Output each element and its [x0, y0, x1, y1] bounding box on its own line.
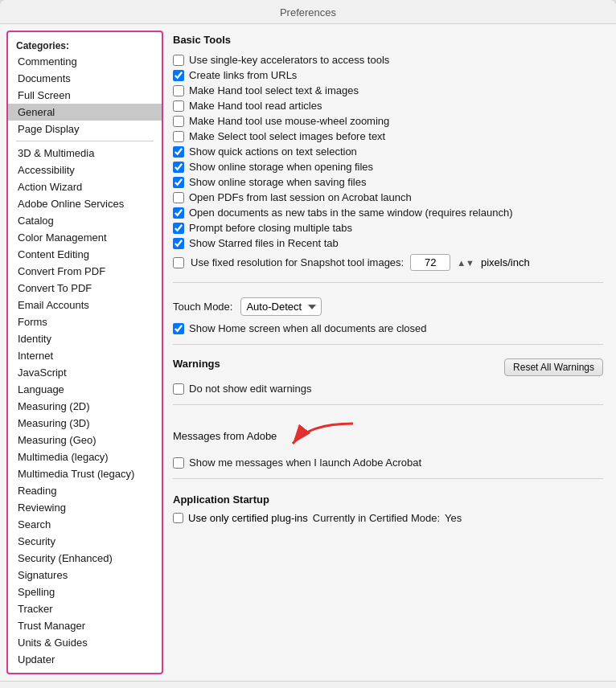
show-messages-row: Show me messages when I launch Adobe Acr…: [173, 455, 603, 470]
single-key-row: Use single-key accelerators to access to…: [173, 52, 603, 68]
open-tabs-checkbox[interactable]: [173, 207, 184, 219]
hand-text-row: Make Hand tool select text & images: [173, 83, 603, 98]
hand-zoom-checkbox[interactable]: [173, 116, 184, 127]
snapshot-value-input[interactable]: [410, 254, 450, 271]
prompt-closing-row: Prompt before closing multiple tabs: [173, 220, 603, 235]
sidebar-item-measuring-geo[interactable]: Measuring (Geo): [8, 432, 162, 448]
messages-header: Messages from Adobe: [173, 420, 603, 452]
sidebar-item-signatures[interactable]: Signatures: [8, 567, 162, 584]
starred-recent-row: Show Starred files in Recent tab: [173, 235, 603, 251]
single-key-checkbox[interactable]: [173, 55, 184, 66]
bottom-bar: Cancel OK: [0, 681, 616, 688]
sidebar-top-section: CommentingDocumentsFull ScreenGeneralPag…: [8, 53, 162, 137]
sidebar-item-trust-manager[interactable]: Trust Manager: [8, 617, 162, 634]
certified-mode-label: Currently in Certified Mode:: [313, 512, 440, 524]
basic-tools-title: Basic Tools: [173, 34, 603, 46]
preferences-dialog: Preferences Categories: CommentingDocume…: [0, 0, 616, 688]
sidebar-item-language[interactable]: Language: [8, 381, 162, 398]
touch-mode-label: Touch Mode:: [173, 301, 232, 313]
reset-warnings-button[interactable]: Reset All Warnings: [504, 358, 603, 376]
sidebar-item-general[interactable]: General: [8, 104, 162, 121]
sidebar-item-spelling[interactable]: Spelling: [8, 584, 162, 600]
sidebar-item-javascript[interactable]: JavaScript: [8, 364, 162, 381]
open-pdfs-row: Open PDFs from last session on Acrobat l…: [173, 190, 603, 205]
quick-actions-row: Show quick actions on text selection: [173, 144, 603, 159]
sidebar-item-measuring-2d[interactable]: Measuring (2D): [8, 398, 162, 415]
sidebar-item-action-wizard[interactable]: Action Wizard: [8, 178, 162, 195]
sidebar-item-internet[interactable]: Internet: [8, 347, 162, 364]
sidebar-item-adobe-online[interactable]: Adobe Online Services: [8, 195, 162, 212]
quick-actions-checkbox[interactable]: [173, 146, 184, 158]
sidebar-item-3d-multimedia[interactable]: 3D & Multimedia: [8, 145, 162, 162]
open-tabs-label: Open documents as new tabs in the same w…: [189, 207, 513, 219]
sidebar-item-content-editing[interactable]: Content Editing: [8, 246, 162, 263]
sidebar-item-convert-to-pdf[interactable]: Convert To PDF: [8, 280, 162, 297]
online-opening-label: Show online storage when opening files: [189, 161, 373, 173]
sidebar-item-measuring-3d[interactable]: Measuring (3D): [8, 415, 162, 432]
open-tabs-row: Open documents as new tabs in the same w…: [173, 205, 603, 220]
open-pdfs-label: Open PDFs from last session on Acrobat l…: [189, 191, 412, 203]
create-links-row: Create links from URLs: [173, 68, 603, 83]
quick-actions-label: Show quick actions on text selection: [189, 145, 357, 158]
no-edit-warnings-checkbox[interactable]: [173, 383, 184, 395]
hand-zoom-label: Make Hand tool use mouse-wheel zooming: [189, 115, 389, 127]
basic-checkboxes-group: Use single-key accelerators to access to…: [173, 52, 603, 251]
show-messages-checkbox[interactable]: [173, 457, 184, 469]
sidebar-bottom-section: 3D & MultimediaAccessibilityAction Wizar…: [8, 145, 162, 668]
main-panel: Basic Tools Use single-key accelerators …: [163, 24, 616, 681]
online-opening-checkbox[interactable]: [173, 162, 184, 173]
spinner-icon[interactable]: ▲▼: [457, 258, 474, 268]
sidebar-item-security-enhanced[interactable]: Security (Enhanced): [8, 550, 162, 567]
snapshot-checkbox[interactable]: [173, 257, 184, 268]
prompt-closing-checkbox[interactable]: [173, 223, 184, 234]
sidebar-item-reviewing[interactable]: Reviewing: [8, 499, 162, 516]
sidebar-item-reading[interactable]: Reading: [8, 482, 162, 499]
dialog-title: Preferences: [280, 6, 336, 18]
sidebar-item-units-guides[interactable]: Units & Guides: [8, 634, 162, 651]
create-links-checkbox[interactable]: [173, 70, 184, 81]
sidebar-item-email-accounts[interactable]: Email Accounts: [8, 297, 162, 313]
sidebar-item-forms[interactable]: Forms: [8, 313, 162, 330]
hand-read-checkbox[interactable]: [173, 100, 184, 112]
show-messages-label: Show me messages when I launch Adobe Acr…: [189, 457, 421, 469]
sidebar-item-full-screen[interactable]: Full Screen: [8, 87, 162, 104]
sidebar-item-tracker[interactable]: Tracker: [8, 600, 162, 617]
snapshot-unit: pixels/inch: [481, 256, 530, 268]
sidebar-item-security[interactable]: Security: [8, 533, 162, 550]
no-edit-warnings-label: Do not show edit warnings: [189, 383, 311, 395]
touch-mode-select[interactable]: Auto-Detect Touch Mouse: [240, 297, 322, 316]
certified-mode-value: Yes: [445, 512, 462, 524]
sidebar-item-color-management[interactable]: Color Management: [8, 229, 162, 246]
select-images-checkbox[interactable]: [173, 131, 184, 142]
sidebar-item-accessibility[interactable]: Accessibility: [8, 162, 162, 178]
sidebar-item-multimedia-legacy[interactable]: Multimedia (legacy): [8, 448, 162, 465]
online-saving-checkbox[interactable]: [173, 177, 184, 188]
sidebar-item-commenting[interactable]: Commenting: [8, 53, 162, 70]
no-edit-warnings-row: Do not show edit warnings: [173, 381, 603, 396]
sidebar-item-convert-from-pdf[interactable]: Convert From PDF: [8, 263, 162, 280]
sidebar-item-updater[interactable]: Updater: [8, 651, 162, 668]
show-home-checkbox[interactable]: [173, 323, 184, 334]
sidebar-item-catalog[interactable]: Catalog: [8, 212, 162, 229]
messages-section: Messages from Adobe Show me messages whe…: [173, 420, 603, 470]
single-key-label: Use single-key accelerators to access to…: [189, 54, 389, 66]
divider-1: [173, 282, 603, 283]
hand-text-label: Make Hand tool select text & images: [189, 84, 359, 96]
sidebar-divider: [16, 141, 154, 141]
arrow-annotation-icon: [285, 420, 357, 452]
online-opening-row: Show online storage when opening files: [173, 159, 603, 174]
certified-row: Use only certified plug-ins Currently in…: [173, 512, 603, 524]
show-home-label: Show Home screen when all documents are …: [189, 322, 427, 334]
warnings-section: Warnings Reset All Warnings Do not show …: [173, 358, 603, 396]
sidebar-item-documents[interactable]: Documents: [8, 70, 162, 87]
select-images-row: Make Select tool select images before te…: [173, 129, 603, 144]
sidebar-item-identity[interactable]: Identity: [8, 330, 162, 347]
sidebar-item-search[interactable]: Search: [8, 516, 162, 533]
starred-recent-checkbox[interactable]: [173, 238, 184, 249]
certified-plugins-checkbox[interactable]: [173, 513, 183, 523]
show-home-row: Show Home screen when all documents are …: [173, 321, 603, 336]
sidebar-item-page-display[interactable]: Page Display: [8, 121, 162, 137]
open-pdfs-checkbox[interactable]: [173, 192, 184, 203]
hand-text-checkbox[interactable]: [173, 85, 184, 96]
sidebar-item-multimedia-trust[interactable]: Multimedia Trust (legacy): [8, 465, 162, 482]
